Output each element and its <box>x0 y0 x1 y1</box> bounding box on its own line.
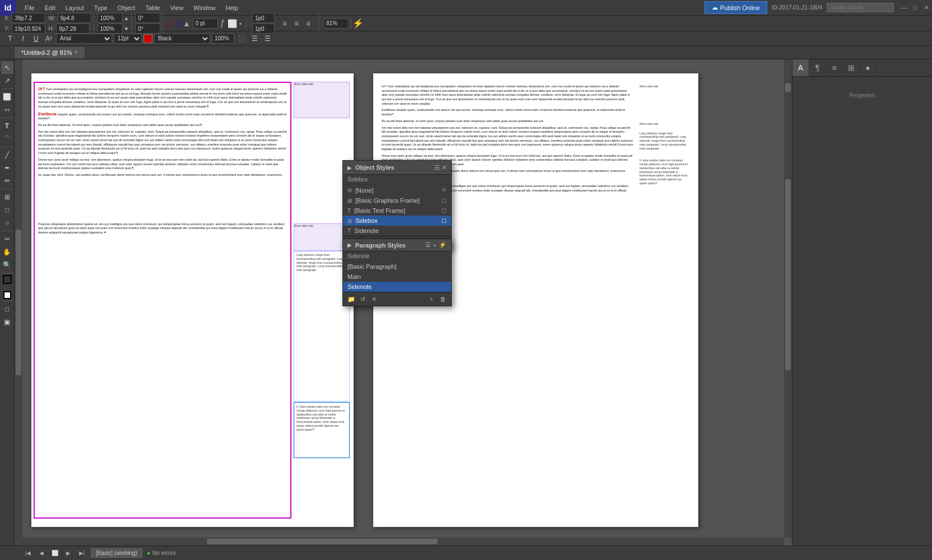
style-basic-text[interactable]: T [Basic Text Frame] ☐ <box>343 206 451 216</box>
opacity-input[interactable] <box>212 34 234 44</box>
para-panel-menu-icon[interactable]: ☰ <box>425 241 431 249</box>
underline-icon[interactable]: U <box>30 33 41 44</box>
sidebox-middle[interactable]: Short side note. <box>294 223 350 251</box>
h-input[interactable] <box>56 24 90 34</box>
ellipse-tool[interactable]: ○ <box>1 217 13 229</box>
menu-file[interactable]: File <box>20 2 39 13</box>
align-left-icon[interactable]: ≡ <box>279 18 290 29</box>
paragraph-styles-panel-header[interactable]: ▶ Paragraph Styles ☰ + ⚡ <box>343 239 451 251</box>
w-input[interactable] <box>58 13 91 23</box>
sidenote-long[interactable]: Long sidenote, longer than cooresponding… <box>294 250 350 402</box>
align-center-icon[interactable]: ≡ <box>291 18 302 29</box>
scale-y-input[interactable] <box>98 24 123 34</box>
last-page-btn[interactable]: ▶| <box>77 549 86 558</box>
properties-panel-icon[interactable]: A <box>792 59 809 76</box>
color-panel-icon[interactable]: ● <box>860 59 877 76</box>
zoom-tool[interactable]: 🔍 <box>1 259 13 271</box>
close-tab-icon[interactable]: × <box>75 49 78 55</box>
page-tool[interactable]: ⬜ <box>1 91 13 103</box>
nav-icon[interactable]: ⬜ <box>50 549 59 558</box>
properties-icon[interactable]: ⚡ <box>353 18 364 29</box>
menu-table[interactable]: Table <box>141 2 164 13</box>
type-on-path-tool[interactable]: ⌒ <box>1 133 13 145</box>
menu-layout[interactable]: Layout <box>61 2 89 13</box>
pencil-tool[interactable]: ✏ <box>1 175 13 187</box>
menu-help[interactable]: Help <box>221 2 243 13</box>
font-select[interactable]: Arial <box>56 34 112 44</box>
select-tool[interactable]: ↖ <box>1 62 13 74</box>
zoom-input[interactable] <box>323 18 349 29</box>
style-sidebox[interactable]: ⊞ Sidebox ☐ <box>343 216 451 226</box>
line-tool[interactable]: ╱ <box>1 149 13 161</box>
para-style-basic[interactable]: [Basic Paragraph] <box>343 262 451 272</box>
panel-close-icon[interactable]: × <box>442 163 447 172</box>
prev-page-btn[interactable]: ◀ <box>37 549 46 558</box>
stroke-input[interactable] <box>193 18 218 29</box>
para-panel-add-icon[interactable]: + <box>433 242 437 249</box>
stroke-swatch[interactable] <box>3 291 11 299</box>
rectangle-frame-tool[interactable]: ⊞ <box>1 191 13 203</box>
scissors-tool[interactable]: ✂ <box>1 233 13 245</box>
style-basic-graphics[interactable]: ⊞ [Basic Graphics Frame] ☐ <box>343 195 451 206</box>
para-new-group-icon[interactable]: 📁 <box>346 294 356 304</box>
ref1-input[interactable] <box>252 13 275 23</box>
para-style-main[interactable]: Main <box>343 272 451 282</box>
justify-icon[interactable]: ☰ <box>262 33 273 44</box>
close-button[interactable]: ✕ <box>921 0 932 16</box>
scale-x-input[interactable] <box>98 13 123 23</box>
para-style-sidenote[interactable]: Sidenote <box>343 282 451 292</box>
align-center-text-icon[interactable]: ☰ <box>249 33 260 44</box>
color-swatch[interactable] <box>143 34 152 43</box>
page-style-select[interactable]: [Basic] (working) <box>91 548 142 558</box>
paragraph-panel-icon[interactable]: ≡ <box>826 59 843 76</box>
rectangle-tool[interactable]: □ <box>1 204 13 216</box>
style-none-delete[interactable]: ✕ <box>442 186 447 194</box>
menu-window[interactable]: Window <box>189 2 220 13</box>
next-page-btn[interactable]: ▶ <box>64 549 73 558</box>
styles-panel-icon[interactable]: ⊞ <box>843 59 860 76</box>
ref2-input[interactable] <box>252 24 275 34</box>
object-styles-panel-header[interactable]: ▶ Object Styles ☰ × <box>343 161 451 175</box>
direct-select-tool[interactable]: ↗ <box>1 74 13 87</box>
angle2-input[interactable] <box>135 24 160 34</box>
color-select[interactable]: Black <box>154 34 210 44</box>
sidebox-top[interactable]: Short side note. <box>294 82 350 118</box>
para-redefine-icon[interactable]: ↺ <box>358 294 368 304</box>
menu-type[interactable]: Type <box>90 2 112 13</box>
maximize-button[interactable]: □ <box>910 0 921 16</box>
hand-tool[interactable]: ✋ <box>1 246 13 258</box>
menu-object[interactable]: Object <box>113 2 140 13</box>
style-sidenote-obj[interactable]: T Sidenote <box>343 226 451 236</box>
main-text-frame[interactable]: Ur? Ture verestiatios qui ad expliquiat … <box>34 82 291 519</box>
size-select[interactable]: 12pt <box>114 34 142 44</box>
para-delete-icon[interactable]: 🗑 <box>438 294 448 304</box>
first-page-btn[interactable]: |◀ <box>24 549 33 558</box>
text-style-icon[interactable]: T <box>4 33 16 44</box>
preview-mode[interactable]: ▣ <box>1 316 13 328</box>
sidebox-bottom[interactable]: It. Ulpa volupta culpa non consequi cons… <box>294 402 350 458</box>
style-none[interactable]: ⊘ [None] ✕ <box>343 185 451 195</box>
fill-swatch[interactable] <box>3 275 12 284</box>
x-input[interactable] <box>12 13 45 23</box>
document-tab[interactable]: *Untitled-2 @ 81% × <box>15 47 85 58</box>
align-right-icon[interactable]: ≡ <box>303 18 314 29</box>
para-create-icon[interactable]: + <box>426 294 437 304</box>
superscript-icon[interactable]: A² <box>43 33 54 44</box>
y-input[interactable] <box>12 24 45 34</box>
type-tool[interactable]: T <box>1 120 13 132</box>
character-panel-icon[interactable]: ¶ <box>809 59 826 76</box>
align-left-text-icon[interactable]: ⬛ <box>236 33 247 44</box>
para-clear-icon[interactable]: ✕ <box>369 294 379 304</box>
menu-view[interactable]: View <box>166 2 188 13</box>
gap-tool[interactable]: ⇿ <box>1 104 13 116</box>
panel-menu-icon[interactable]: ☰ <box>434 164 440 171</box>
italic-icon[interactable]: I <box>17 33 29 44</box>
publish-online-button[interactable]: ☁ Publish Online <box>704 1 767 14</box>
normal-mode[interactable]: □ <box>1 303 13 315</box>
para-panel-flash-icon[interactable]: ⚡ <box>439 241 447 249</box>
menu-edit[interactable]: Edit <box>40 2 60 13</box>
search-input[interactable] <box>827 3 894 12</box>
minimize-button[interactable]: — <box>898 0 910 16</box>
angle1-input[interactable] <box>135 13 160 23</box>
pen-tool[interactable]: ✒ <box>1 162 13 174</box>
